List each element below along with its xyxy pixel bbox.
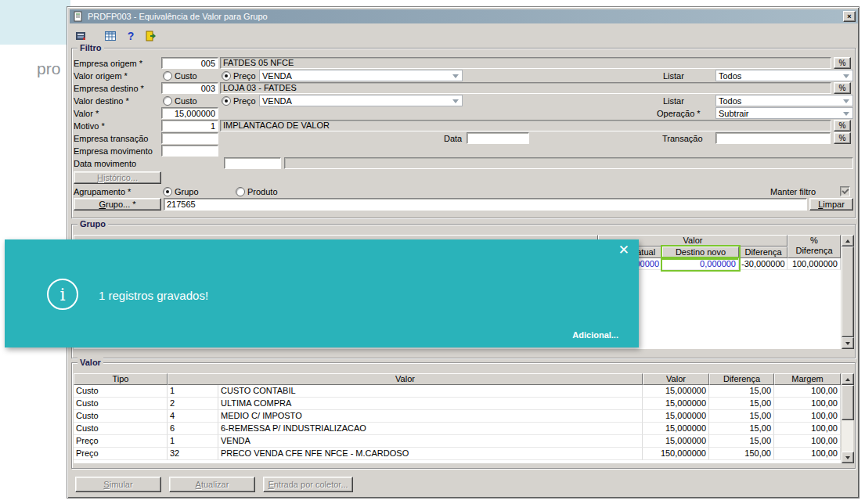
scroll-down-button[interactable] — [842, 452, 854, 463]
scrollbar-thumb[interactable] — [842, 247, 854, 337]
header-valor: Valor — [643, 373, 709, 385]
cell-margem: 100,00 — [774, 448, 841, 460]
valor-origem-tipo-combo[interactable]: VENDA — [259, 70, 463, 81]
grid-button[interactable] — [103, 29, 117, 43]
table-row[interactable]: Custo 4 MEDIO C/ IMPOSTO 15,000000 15,00… — [74, 410, 853, 423]
limpar-button[interactable]: Limpar — [809, 198, 853, 211]
empresa-destino-desc-field: LOJA 03 - FATDES — [220, 82, 831, 94]
empresa-destino-lookup-button[interactable]: % — [834, 82, 851, 94]
cell-valor: 150,000000 — [643, 448, 709, 460]
table-row[interactable]: Custo 6 6-REMESSA P/ INDUSTRIALIZACAO 15… — [74, 423, 853, 435]
valor-origem-custo-label: Custo — [175, 71, 197, 81]
combo-value: Todos — [719, 71, 741, 81]
chevron-down-icon — [843, 99, 849, 103]
toast-adicional-link[interactable]: Adicional... — [572, 330, 618, 340]
close-button[interactable]: × — [843, 11, 856, 22]
transacao-input[interactable] — [715, 132, 831, 144]
historico-button[interactable]: Histórico... — [74, 171, 161, 184]
scroll-up-button[interactable] — [842, 235, 854, 247]
valor-origem-preco-label: Preço — [233, 71, 256, 81]
table-row[interactable]: Custo 2 ULTIMA COMPRA 15,000000 15,00 10… — [74, 398, 853, 410]
cell-diferenca: 15,00 — [709, 423, 774, 435]
empresa-origem-code-input[interactable] — [161, 57, 218, 69]
empresa-origem-lookup-button[interactable]: % — [834, 57, 851, 69]
cell-codigo: 2 — [168, 398, 218, 410]
help-button[interactable]: ? — [124, 29, 138, 43]
data-movimento-input[interactable] — [224, 157, 281, 169]
motivo-desc-field: IMPLANTACAO DE VALOR — [220, 120, 831, 131]
atualizar-button[interactable]: Atualizar — [169, 477, 255, 492]
valor-destino-listar-combo[interactable]: Todos — [715, 95, 853, 106]
valor-destino-custo-radio[interactable] — [163, 96, 172, 106]
agrupamento-produto-radio[interactable] — [236, 187, 245, 196]
header-margem: Margem — [774, 373, 841, 385]
cell-descricao: MEDIO C/ IMPOSTO — [218, 410, 643, 423]
transacao-lookup-button[interactable]: % — [834, 132, 851, 144]
cell-diferenca: 150,00 — [709, 448, 774, 460]
label-transacao: Transação — [662, 134, 703, 144]
cell-descricao: PRECO VENDA CFE NFE NFCE - M.CARDOSO — [218, 448, 643, 460]
table-row[interactable]: Custo 1 CUSTO CONTABIL 15,000000 15,00 1… — [74, 385, 853, 398]
cell-descricao: ULTIMA COMPRA — [218, 398, 643, 410]
scroll-up-button[interactable] — [842, 373, 854, 385]
save-button[interactable] — [74, 29, 88, 43]
grupo-button[interactable]: Grupo... * — [74, 198, 161, 211]
cell-valor: 15,000000 — [643, 435, 709, 448]
toast-close-button[interactable]: ✕ — [618, 243, 629, 257]
cell-diferenca: 15,00 — [709, 435, 774, 448]
motivo-code-input[interactable] — [161, 120, 218, 131]
grupo-value-input[interactable] — [164, 198, 807, 211]
chevron-down-icon — [452, 99, 459, 103]
cell-descricao: CUSTO CONTABIL — [218, 385, 643, 398]
window-icon — [72, 11, 84, 23]
motivo-lookup-button[interactable]: % — [834, 120, 851, 131]
empresa-transacao-code-input[interactable] — [161, 132, 218, 144]
cell-valor: 15,000000 — [643, 385, 709, 398]
cell-tipo: Preço — [74, 448, 168, 460]
cell-codigo: 32 — [168, 448, 218, 460]
title-bar[interactable]: PRDFP003 - Equivalência de Valor para Gr… — [70, 9, 858, 23]
cell-codigo: 1 — [168, 385, 218, 398]
cell-margem: 100,00 — [774, 435, 841, 448]
cell-valor: 15,000000 — [643, 398, 709, 410]
table-row[interactable]: Preço 32 PRECO VENDA CFE NFE NFCE - M.CA… — [74, 448, 853, 460]
manter-filtro-label: Manter filtro — [770, 187, 816, 197]
data-input[interactable] — [467, 132, 529, 144]
empresa-movimento-code-input[interactable] — [161, 145, 218, 157]
grupo-cell-destino-novo: 0,000000 — [662, 258, 739, 270]
valor-destino-preco-radio[interactable] — [222, 96, 231, 106]
operacao-combo[interactable]: Subtrair — [715, 107, 853, 119]
exit-icon — [144, 30, 157, 42]
cell-tipo: Custo — [74, 423, 168, 435]
valor-destino-custo-label: Custo — [175, 96, 197, 106]
exit-button[interactable] — [143, 29, 157, 43]
header-valor-desc: Valor — [168, 373, 643, 385]
valor-origem-custo-radio[interactable] — [163, 71, 172, 81]
info-icon: i — [47, 279, 78, 310]
grupo-vertical-scrollbar[interactable] — [841, 235, 853, 349]
scroll-down-button[interactable] — [842, 337, 854, 349]
empresa-destino-code-input[interactable] — [161, 82, 218, 94]
simular-button[interactable]: Simular — [75, 477, 161, 492]
scrollbar-thumb[interactable] — [842, 385, 854, 420]
grupo-header-diferenca: Diferença — [739, 247, 788, 258]
cell-diferenca: 15,00 — [709, 410, 774, 423]
manter-filtro-checkbox[interactable] — [840, 186, 850, 196]
cell-margem: 100,00 — [774, 423, 841, 435]
cell-diferenca: 15,00 — [709, 398, 774, 410]
grupo-cell-pct-diferenca: 100,000000 — [788, 258, 841, 270]
label-data-movimento: Data movimento — [74, 159, 136, 169]
entrada-coletor-button[interactable]: Entrada por coletor... — [263, 477, 353, 492]
empresa-origem-desc-field: FATDES 05 NFCE — [220, 57, 831, 69]
valor-input[interactable] — [161, 107, 218, 119]
table-row[interactable]: Preço 1 VENDA 15,000000 15,00 100,00 — [74, 435, 853, 448]
combo-value: VENDA — [262, 71, 292, 81]
valor-origem-preco-radio[interactable] — [222, 71, 231, 81]
valor-origem-listar-combo[interactable]: Todos — [715, 70, 853, 81]
agrupamento-grupo-radio[interactable] — [163, 187, 172, 196]
valor-destino-tipo-combo[interactable]: VENDA — [259, 95, 463, 106]
header-diferenca: Diferença — [709, 373, 774, 385]
label-empresa-movimento: Empresa movimento — [74, 146, 153, 157]
valor-vertical-scrollbar[interactable] — [841, 373, 853, 463]
arrow-down-icon — [845, 342, 850, 345]
